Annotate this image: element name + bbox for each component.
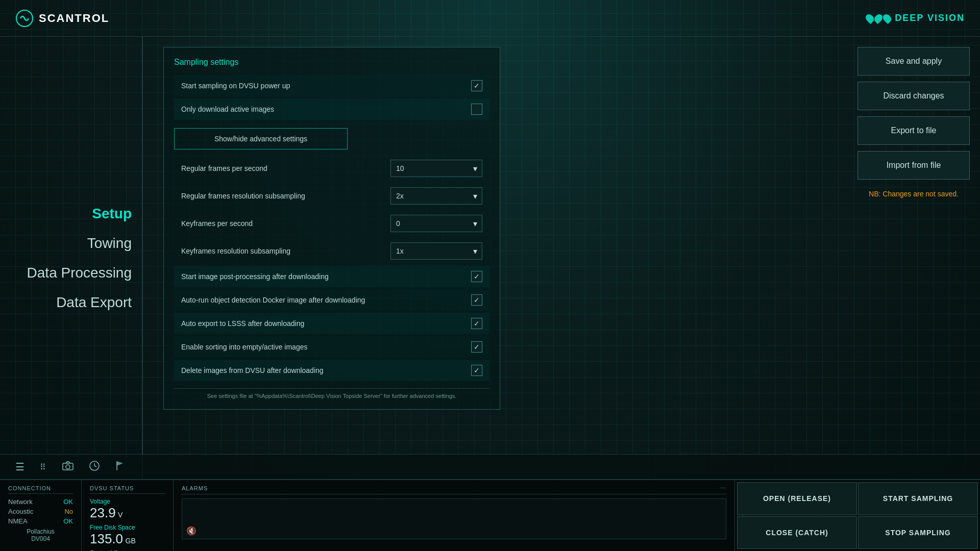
state-label: State: bbox=[90, 549, 107, 551]
start-sampling-button[interactable]: START SAMPLING bbox=[858, 482, 978, 515]
center-content: Sampling settings Start sampling on DVSU… bbox=[143, 37, 847, 480]
bottom-toolbar: ☰ ⠿ bbox=[0, 454, 980, 480]
hamburger-icon[interactable]: ☰ bbox=[15, 461, 24, 473]
fps-row: Regular frames per second 5 10 15 20 bbox=[174, 156, 489, 181]
acoustic-row: Acoustic No bbox=[8, 508, 73, 515]
discard-button[interactable]: Discard changes bbox=[857, 82, 970, 110]
delete-images-row: Delete images from DVSU after downloadin… bbox=[174, 360, 489, 381]
save-apply-button[interactable]: Save and apply bbox=[857, 47, 970, 76]
sidebar-item-towing[interactable]: Towing bbox=[87, 233, 132, 254]
sidebar-item-data-export[interactable]: Data Export bbox=[56, 292, 132, 313]
disk-display: 135.0 GB bbox=[90, 531, 165, 547]
acoustic-value: No bbox=[64, 508, 73, 515]
clock-icon[interactable] bbox=[89, 460, 100, 474]
keyframes-sub-label: Keyframes resolution subsampling bbox=[181, 247, 290, 255]
deep-vision-logo: DEEP VISION bbox=[866, 13, 965, 23]
keyframes-fps-label: Keyframes per second bbox=[181, 219, 253, 228]
show-hide-button[interactable]: Show/hide advanced settings bbox=[174, 128, 348, 149]
nmea-value: OK bbox=[63, 517, 73, 525]
scantrol-logo-icon bbox=[15, 9, 34, 28]
main-content: Setup Towing Data Processing Data Export… bbox=[0, 37, 980, 480]
dv-leaf3 bbox=[881, 12, 893, 24]
header: SCANTROL DEEP VISION bbox=[0, 0, 980, 37]
stop-sampling-button[interactable]: STOP SAMPLING bbox=[858, 516, 978, 549]
connection-title: CONNECTION bbox=[8, 485, 73, 494]
app-title: SCANTROL bbox=[39, 12, 109, 25]
network-value: OK bbox=[63, 498, 73, 506]
logo: SCANTROL bbox=[15, 9, 109, 28]
flag-icon[interactable] bbox=[115, 460, 125, 474]
lsss-checkbox[interactable] bbox=[471, 318, 482, 329]
keyframes-sub-row: Keyframes resolution subsampling 1x 2x 4… bbox=[174, 238, 489, 264]
post-process-row: Start image post-processing after downlo… bbox=[174, 266, 489, 287]
mute-icon[interactable]: 🔇 bbox=[186, 526, 197, 536]
import-button[interactable]: Import from file bbox=[857, 151, 970, 180]
svg-line-5 bbox=[94, 466, 96, 467]
disk-unit: GB bbox=[126, 537, 136, 545]
docker-row: Auto-run object detection Docker image a… bbox=[174, 289, 489, 311]
device-name: PollachiusDV004 bbox=[8, 528, 73, 542]
alarms-title: ALARMS ⋯ bbox=[182, 485, 726, 494]
post-process-checkbox[interactable] bbox=[471, 271, 482, 282]
dv-icons bbox=[866, 14, 891, 23]
dvsu-title: DVSU STATUS bbox=[90, 485, 165, 494]
lsss-row: Auto export to LSSS after downloading bbox=[174, 313, 489, 334]
setting-row-start-sampling: Start sampling on DVSU power up bbox=[174, 75, 489, 96]
resolution-sub-row: Regular frames resolution subsampling 1x… bbox=[174, 183, 489, 209]
grid-icon[interactable]: ⠿ bbox=[40, 462, 47, 472]
alarms-label: ALARMS bbox=[182, 485, 208, 492]
sidebar-item-data-processing[interactable]: Data Processing bbox=[27, 263, 132, 283]
sidebar-item-setup[interactable]: Setup bbox=[92, 204, 132, 224]
start-sampling-label: Start sampling on DVSU power up bbox=[181, 82, 290, 90]
resolution-sub-label: Regular frames resolution subsampling bbox=[181, 192, 305, 200]
only-download-label: Only download active images bbox=[181, 105, 274, 113]
state-value: Idle bbox=[110, 549, 121, 551]
only-download-checkbox[interactable] bbox=[471, 104, 482, 115]
resolution-sub-select[interactable]: 1x 2x 4x bbox=[390, 187, 482, 205]
settings-panel: Sampling settings Start sampling on DVSU… bbox=[163, 47, 500, 410]
acoustic-label: Acoustic bbox=[8, 508, 33, 515]
control-buttons: OPEN (RELEASE) START SAMPLING CLOSE (CAT… bbox=[735, 480, 980, 551]
alarms-section: ALARMS ⋯ 🔇 bbox=[174, 480, 735, 551]
sorting-row: Enable sorting into empty/active images bbox=[174, 336, 489, 358]
status-bar: CONNECTION Network OK Acoustic No NMEA O… bbox=[0, 480, 980, 551]
keyframes-sub-select[interactable]: 1x 2x 4x bbox=[390, 242, 482, 260]
connection-section: CONNECTION Network OK Acoustic No NMEA O… bbox=[0, 480, 82, 551]
delete-images-checkbox[interactable] bbox=[471, 365, 482, 376]
deep-vision-label: DEEP VISION bbox=[895, 13, 965, 23]
keyframes-fps-wrapper: 0 1 2 5 bbox=[390, 215, 482, 232]
alarms-dots: ⋯ bbox=[720, 485, 726, 492]
nmea-label: NMEA bbox=[8, 517, 28, 525]
keyframes-sub-wrapper: 1x 2x 4x bbox=[390, 242, 482, 260]
voltage-label: Voltage bbox=[90, 498, 165, 505]
settings-title: Sampling settings bbox=[174, 58, 489, 67]
warning-text: NB: Changes are not saved. bbox=[869, 190, 959, 198]
sorting-checkbox[interactable] bbox=[471, 341, 482, 353]
fps-select-wrapper: 5 10 15 20 bbox=[390, 160, 482, 177]
dvsu-state-row: State: Idle bbox=[90, 549, 165, 551]
network-row: Network OK bbox=[8, 498, 73, 506]
keyframes-fps-select[interactable]: 0 1 2 5 bbox=[390, 215, 482, 232]
disk-value: 135.0 bbox=[90, 531, 123, 546]
voltage-display: 23.9 V bbox=[90, 505, 165, 521]
setting-row-only-download: Only download active images bbox=[174, 98, 489, 120]
fps-select[interactable]: 5 10 15 20 bbox=[390, 160, 482, 177]
post-process-label: Start image post-processing after downlo… bbox=[181, 272, 329, 281]
dvsu-section: DVSU STATUS Voltage 23.9 V Free Disk Spa… bbox=[82, 480, 174, 551]
disk-label: Free Disk Space bbox=[90, 524, 165, 531]
delete-images-label: Delete images from DVSU after downloadin… bbox=[181, 366, 324, 374]
lsss-label: Auto export to LSSS after downloading bbox=[181, 319, 304, 328]
docker-checkbox[interactable] bbox=[471, 294, 482, 306]
sorting-label: Enable sorting into empty/active images bbox=[181, 343, 307, 351]
camera-icon[interactable] bbox=[62, 461, 74, 473]
open-release-button[interactable]: OPEN (RELEASE) bbox=[737, 482, 857, 515]
export-button[interactable]: Export to file bbox=[857, 116, 970, 145]
nmea-row: NMEA OK bbox=[8, 517, 73, 525]
settings-footer: See settings file at "%Appdata%\Scantrol… bbox=[174, 388, 489, 399]
voltage-unit: V bbox=[118, 511, 122, 519]
keyframes-fps-row: Keyframes per second 0 1 2 5 bbox=[174, 211, 489, 236]
close-catch-button[interactable]: CLOSE (CATCH) bbox=[737, 516, 857, 549]
docker-label: Auto-run object detection Docker image a… bbox=[181, 296, 365, 304]
start-sampling-checkbox[interactable] bbox=[471, 80, 482, 91]
voltage-value: 23.9 bbox=[90, 505, 116, 520]
